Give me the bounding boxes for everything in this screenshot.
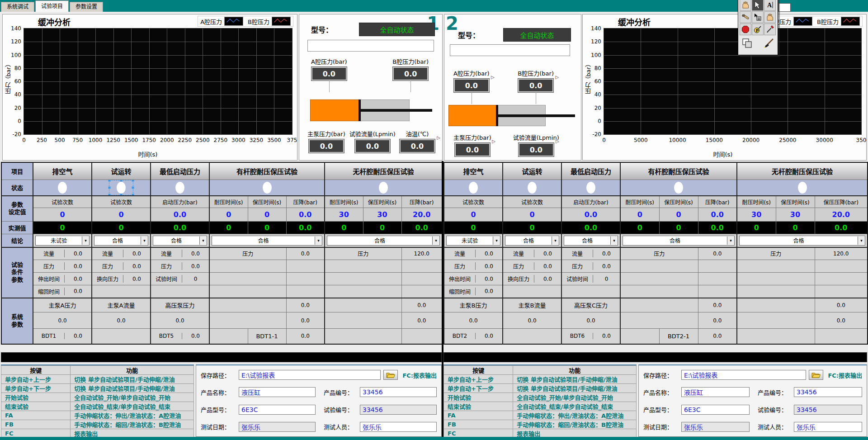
y-tick-label: 120 — [11, 38, 21, 45]
paint-brush-tool-icon[interactable] — [763, 38, 774, 51]
scroll-hand-tool-icon[interactable] — [764, 11, 776, 23]
system-value: 0.0 — [151, 312, 209, 329]
save-path-input[interactable] — [681, 370, 806, 380]
form-field-input[interactable] — [794, 405, 862, 415]
setpoint-value: 30 — [737, 208, 776, 221]
browse-folder-button[interactable] — [809, 370, 823, 380]
condition-cell: 压力 — [209, 247, 286, 260]
probe-tool-icon[interactable]: P — [752, 24, 764, 35]
dropdown-arrow-icon[interactable]: ▾ — [610, 237, 618, 245]
gauge-value: 0.0 — [404, 70, 417, 78]
form-field-input[interactable] — [360, 405, 437, 415]
condition-cell — [503, 285, 561, 298]
cylinder-piston-side — [448, 105, 497, 126]
auto-mode-status-button[interactable]: 全自动状态 — [359, 23, 435, 36]
form-field-input[interactable] — [239, 405, 316, 415]
condition-cell: BDT50.0 — [151, 329, 209, 344]
auto-mode-status-button[interactable]: 全自动状态 — [503, 28, 571, 42]
legend-item[interactable]: B腔压力 — [248, 17, 291, 26]
form-field-input[interactable] — [681, 422, 750, 432]
form-field-input[interactable] — [360, 422, 437, 432]
dropdown-arrow-icon[interactable]: ▾ — [432, 237, 439, 245]
form-field-input[interactable] — [239, 422, 316, 432]
conclusion-dropdown[interactable]: 合格▾ — [505, 236, 559, 246]
color-boxes-tool-icon[interactable] — [741, 38, 753, 51]
param-header: 耐压时间(s) — [737, 196, 776, 208]
row-label: 系统 参数 — [1, 298, 33, 344]
form-field-input[interactable] — [794, 422, 862, 432]
color-copy-dropper-tool-icon[interactable] — [764, 24, 776, 35]
conclusion-dropdown[interactable]: 合格▾ — [739, 236, 865, 246]
conclusion-dropdown[interactable]: 合格▾ — [564, 236, 618, 246]
key-name: 开始试验 — [444, 393, 513, 402]
conclusion-dropdown[interactable]: 未试验▾ — [446, 236, 500, 246]
conclusion-dropdown[interactable]: 合格▾ — [623, 236, 735, 246]
dropdown-arrow-icon[interactable]: ▾ — [315, 237, 322, 245]
gridline — [78, 28, 78, 134]
form-field-input[interactable] — [239, 387, 316, 397]
dropdown-arrow-icon[interactable]: ▾ — [552, 237, 559, 245]
conclusion-dropdown[interactable]: 合格▾ — [327, 236, 440, 246]
conclusion-dropdown[interactable]: 合格▾ — [94, 236, 148, 246]
row-label: 项目 — [1, 162, 33, 180]
form-field-label: 测试人员： — [324, 422, 357, 431]
operate-hand-tool-icon[interactable] — [740, 0, 751, 11]
condition-label: 试验时间 — [562, 275, 593, 283]
dropdown-arrow-icon[interactable]: ▾ — [199, 237, 207, 245]
tab-2[interactable]: 试验项目 — [35, 0, 69, 12]
model-label: 型号： — [311, 24, 333, 35]
increment-cursor-icon: ▷ — [437, 135, 440, 140]
condition-cell: 压力0.0 — [444, 260, 503, 273]
browse-folder-button[interactable] — [383, 370, 398, 380]
dropdown-arrow-icon[interactable]: ▾ — [727, 237, 734, 245]
legend-item[interactable]: A腔压力 — [200, 17, 243, 26]
tab-3[interactable]: 参数设置 — [70, 2, 103, 12]
shortcut-menu-tool-icon[interactable] — [752, 11, 764, 23]
condition-cell — [209, 273, 286, 285]
condition-label: 流量 — [444, 250, 476, 257]
y-tick-label: 80 — [14, 65, 21, 71]
form-field-input[interactable] — [360, 387, 437, 397]
dropdown-arrow-icon[interactable]: ▾ — [82, 237, 89, 245]
condition-cell: 流量0.0 — [151, 247, 209, 260]
dropdown-arrow-icon[interactable]: ▾ — [858, 237, 865, 245]
form-field-input[interactable] — [681, 405, 750, 415]
dropdown-arrow-icon[interactable]: ▾ — [493, 237, 500, 245]
form-row: 产品型号：试验编号： — [643, 405, 862, 415]
tab-1[interactable]: 系统调试 — [1, 2, 34, 12]
setpoint-value: 0 — [503, 208, 561, 221]
conclusion-cell: 合格▾ — [737, 234, 868, 247]
measured-value: 0 — [776, 221, 815, 234]
condition-value: 0.0 — [123, 275, 150, 283]
edit-text-tool-icon[interactable]: A — [764, 0, 776, 11]
selection-handle — [132, 186, 134, 189]
value-display: 0.0 — [311, 67, 347, 80]
legend-item[interactable]: B腔压力 — [817, 17, 860, 26]
gauge: B腔压力(bar)0.0▷ — [518, 69, 554, 92]
condition-cell — [325, 273, 401, 285]
model-input[interactable] — [450, 44, 570, 56]
cylinder-panel-2: 2 型号： 全自动状态 A腔压力(bar)0.0▷B腔压力(bar)0.0▷ 主… — [444, 14, 581, 161]
form-field-input[interactable] — [681, 387, 750, 397]
buffer-analysis-chart-right: 缓冲分析 A腔压力B腔压力 压力（bar） 140120100806040200… — [582, 14, 867, 161]
status-cell — [209, 180, 325, 196]
position-arrow-tool-icon[interactable] — [752, 0, 764, 11]
save-path-input[interactable] — [239, 370, 381, 380]
form-field-input[interactable] — [794, 387, 862, 397]
condition-cell: 流量0.0 — [444, 247, 503, 260]
selection-handle — [108, 186, 111, 189]
value-display: 0.0 — [309, 139, 344, 153]
measured-value: 0.0 — [561, 221, 620, 234]
conclusion-dropdown[interactable]: 未试验▾ — [35, 236, 90, 246]
wire-spool-tool-icon[interactable] — [740, 11, 751, 23]
status-strip-left — [1, 352, 442, 362]
breakpoint-stop-tool-icon[interactable] — [740, 24, 751, 35]
conclusion-dropdown[interactable]: 合格▾ — [212, 236, 322, 246]
model-input[interactable] — [307, 40, 434, 52]
fc-report-note: FC:报表输出 — [402, 371, 437, 379]
dropdown-arrow-icon[interactable]: ▾ — [141, 237, 148, 245]
conclusion-dropdown[interactable]: 合格▾ — [153, 236, 207, 246]
condition-label: 压力 — [151, 262, 182, 270]
form-row: 产品名称：产品编号： — [643, 387, 862, 397]
key-name: 单步自动+下一步 — [1, 384, 71, 393]
